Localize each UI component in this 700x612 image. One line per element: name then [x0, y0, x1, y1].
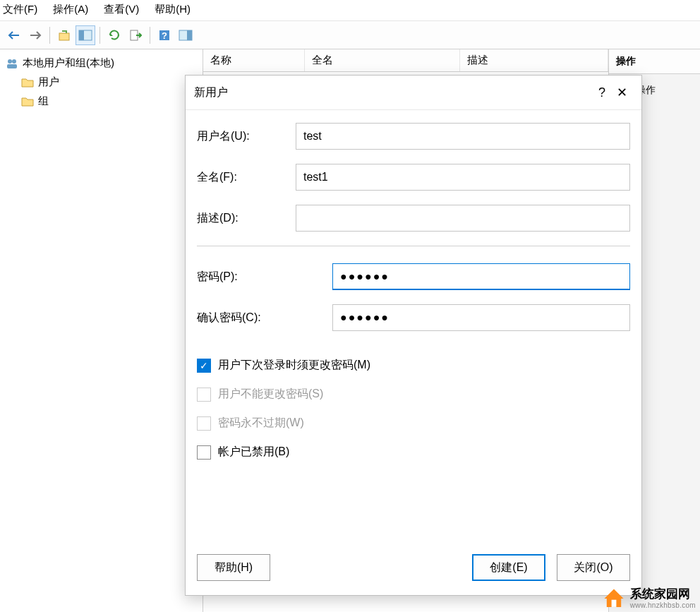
- must-change-password-checkbox[interactable]: [197, 359, 211, 373]
- nav-forward-button[interactable]: [25, 25, 45, 45]
- help-button[interactable]: ?: [155, 25, 174, 45]
- menu-help[interactable]: 帮助(H): [155, 3, 191, 16]
- must-change-password-checkbox-row[interactable]: 用户下次登录时须更改密码(M): [197, 358, 630, 373]
- watermark: 系统家园网 www.hnzkhbsb.com: [602, 587, 696, 611]
- menu-bar: 文件(F) 操作(A) 查看(V) 帮助(H): [0, 0, 700, 21]
- svg-rect-11: [611, 600, 616, 607]
- tree-groups-label: 组: [38, 95, 49, 108]
- dialog-title: 新用户: [194, 85, 592, 100]
- svg-point-8: [8, 59, 12, 64]
- svg-rect-2: [79, 30, 84, 40]
- cannot-change-password-label: 用户不能更改密码(S): [218, 387, 323, 402]
- nav-back-button[interactable]: [4, 25, 24, 45]
- dialog-titlebar: 新用户 ? ✕: [186, 76, 641, 110]
- cannot-change-password-checkbox: [197, 388, 211, 402]
- username-input[interactable]: [296, 123, 630, 150]
- username-label: 用户名(U):: [197, 129, 296, 144]
- tree-root[interactable]: 本地用户和组(本地): [0, 54, 203, 73]
- users-groups-icon: [6, 57, 18, 70]
- new-user-dialog: 新用户 ? ✕ 用户名(U): 全名(F): 描述(D): 密码(P): 确认密…: [185, 75, 642, 596]
- confirm-password-label: 确认密码(C):: [197, 311, 332, 325]
- toolbar-separator: [99, 27, 100, 44]
- fullname-label: 全名(F):: [197, 170, 296, 185]
- must-change-password-label: 用户下次登录时须更改密码(M): [218, 358, 370, 373]
- help-button[interactable]: 帮助(H): [197, 554, 270, 581]
- close-button[interactable]: 关闭(O): [557, 554, 630, 581]
- list-header: 名称 全名 描述: [203, 49, 608, 72]
- up-button[interactable]: [54, 25, 74, 45]
- password-input[interactable]: [332, 263, 630, 290]
- tree-groups[interactable]: 组: [0, 92, 203, 111]
- show-hide-actions-button[interactable]: [176, 25, 195, 45]
- create-button[interactable]: 创建(E): [472, 554, 545, 581]
- svg-rect-7: [187, 30, 192, 40]
- show-hide-tree-button[interactable]: [76, 25, 95, 45]
- tree-root-label: 本地用户和组(本地): [23, 56, 114, 70]
- refresh-button[interactable]: [104, 25, 124, 45]
- never-expires-checkbox-row: 密码永不过期(W): [197, 416, 630, 431]
- confirm-password-input[interactable]: [332, 304, 630, 331]
- account-disabled-checkbox-row[interactable]: 帐户已禁用(B): [197, 445, 630, 460]
- svg-text:?: ?: [162, 30, 167, 41]
- col-header-name[interactable]: 名称: [203, 49, 305, 71]
- menu-action[interactable]: 操作(A): [53, 3, 88, 16]
- divider: [197, 246, 630, 246]
- tree-users-label: 用户: [38, 76, 59, 89]
- never-expires-checkbox: [197, 416, 211, 431]
- watermark-text: 系统家园网: [630, 587, 696, 601]
- fullname-input[interactable]: [296, 164, 630, 191]
- menu-view[interactable]: 查看(V): [104, 3, 139, 16]
- tree-users[interactable]: 用户: [0, 73, 203, 92]
- folder-icon: [21, 95, 34, 108]
- folder-icon: [21, 76, 34, 89]
- toolbar-separator: [49, 27, 50, 44]
- svg-rect-0: [59, 33, 69, 40]
- col-header-description[interactable]: 描述: [460, 49, 608, 71]
- watermark-url: www.hnzkhbsb.com: [630, 601, 696, 610]
- never-expires-label: 密码永不过期(W): [218, 416, 304, 431]
- dialog-footer: 帮助(H) 创建(E) 关闭(O): [186, 546, 641, 595]
- dialog-close-button[interactable]: ✕: [612, 83, 632, 102]
- tree-pane: 本地用户和组(本地) 用户 组: [0, 49, 203, 612]
- watermark-logo-icon: [602, 587, 626, 611]
- description-label: 描述(D):: [197, 211, 296, 226]
- dialog-body: 用户名(U): 全名(F): 描述(D): 密码(P): 确认密码(C): 用户…: [186, 110, 641, 546]
- col-header-fullname[interactable]: 全名: [305, 49, 460, 71]
- description-input[interactable]: [296, 205, 630, 232]
- account-disabled-label: 帐户已禁用(B): [218, 445, 289, 460]
- svg-rect-10: [7, 64, 17, 68]
- account-disabled-checkbox[interactable]: [197, 445, 211, 460]
- password-label: 密码(P):: [197, 270, 332, 284]
- export-button[interactable]: [126, 25, 145, 45]
- actions-title: 操作: [609, 49, 700, 74]
- dialog-help-button[interactable]: ?: [592, 83, 612, 102]
- toolbar: ?: [0, 21, 700, 49]
- svg-point-9: [12, 59, 16, 64]
- toolbar-separator: [150, 27, 150, 44]
- cannot-change-password-checkbox-row: 用户不能更改密码(S): [197, 387, 630, 402]
- menu-file[interactable]: 文件(F): [3, 3, 37, 16]
